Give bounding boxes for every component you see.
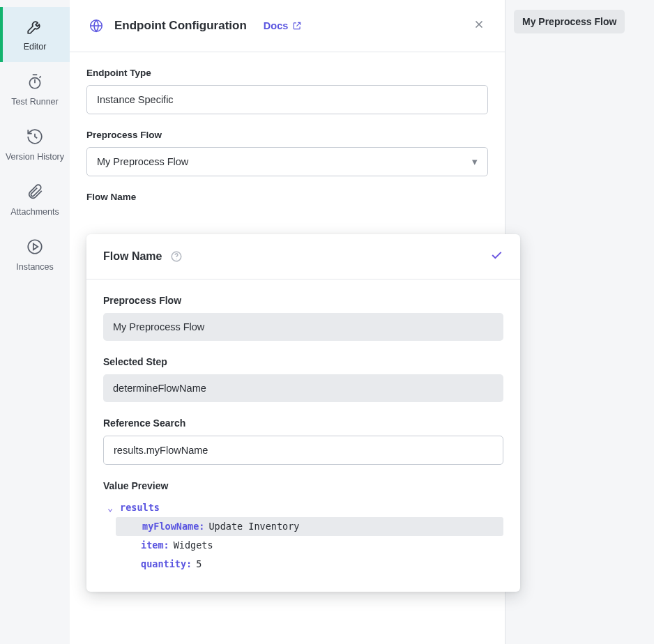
- main-panel: Endpoint Configuration Docs Endpoint Typ…: [70, 0, 505, 644]
- preprocess-flow-value: My Preprocess Flow: [97, 156, 188, 167]
- flow-name-popover: Flow Name Preprocess Flow My Preprocess …: [86, 234, 520, 592]
- popover-header: Flow Name: [86, 234, 520, 279]
- form-body: Endpoint Type Instance Specific Preproce…: [70, 52, 505, 233]
- field-flow-name: Flow Name: [86, 192, 488, 202]
- field-endpoint-type: Endpoint Type Instance Specific: [86, 68, 488, 114]
- chevron-down-icon: ▾: [472, 156, 478, 167]
- chevron-down-icon: ⌄: [107, 498, 117, 517]
- docs-link[interactable]: Docs: [264, 20, 302, 31]
- field-preprocess-flow: Preprocess Flow My Preprocess Flow ▾: [86, 130, 488, 176]
- popover-preprocess-flow-input[interactable]: My Preprocess Flow: [103, 313, 503, 341]
- tree-key: myFlowName: [142, 517, 199, 536]
- reference-search-label: Reference Search: [103, 417, 503, 429]
- svg-point-1: [28, 240, 42, 254]
- play-circle-icon: [25, 237, 45, 256]
- selected-step-value: determineFlowName: [113, 383, 206, 394]
- flow-name-label: Flow Name: [86, 192, 488, 202]
- selected-step-input[interactable]: determineFlowName: [103, 374, 503, 402]
- stopwatch-icon: [25, 72, 45, 91]
- reference-search-input[interactable]: results.myFlowName: [103, 436, 503, 465]
- popover-field-reference-search: Reference Search results.myFlowName: [103, 417, 503, 465]
- sidebar-item-editor[interactable]: Editor: [0, 7, 70, 62]
- sidebar-item-label: Editor: [24, 42, 47, 52]
- tree-colon: :: [164, 536, 169, 555]
- tree-row[interactable]: item:Widgets: [103, 536, 503, 555]
- confirm-button[interactable]: [489, 248, 503, 265]
- tree-colon: :: [186, 555, 192, 574]
- selected-step-label: Selected Step: [103, 356, 503, 367]
- tree-key: quantity: [141, 555, 186, 574]
- popover-preprocess-flow-value: My Preprocess Flow: [113, 321, 204, 332]
- page-title: Endpoint Configuration: [114, 19, 247, 33]
- tree-root-key: results: [120, 498, 160, 517]
- sidebar-item-label: Instances: [16, 262, 54, 273]
- value-preview-tree: ⌄ results myFlowName:Update Inventoryite…: [103, 498, 503, 574]
- panel-header: Endpoint Configuration Docs: [70, 0, 505, 52]
- tree-colon: :: [199, 517, 204, 536]
- popover-field-selected-step: Selected Step determineFlowName: [103, 356, 503, 402]
- popover-preprocess-flow-label: Preprocess Flow: [103, 295, 503, 306]
- sidebar-item-instances[interactable]: Instances: [0, 227, 70, 282]
- docs-link-label: Docs: [264, 20, 288, 31]
- endpoint-type-label: Endpoint Type: [86, 68, 488, 78]
- tree-row[interactable]: myFlowName:Update Inventory: [116, 517, 503, 536]
- preprocess-flow-select[interactable]: My Preprocess Flow ▾: [86, 147, 488, 176]
- globe-icon: [86, 16, 106, 36]
- close-button[interactable]: [470, 15, 488, 36]
- tree-value: Update Inventory: [208, 517, 299, 536]
- popover-title: Flow Name: [103, 250, 162, 263]
- external-link-icon: [292, 21, 302, 31]
- tree-key: item: [141, 536, 164, 555]
- history-icon: [25, 127, 45, 146]
- endpoint-type-input[interactable]: Instance Specific: [86, 85, 488, 114]
- popover-body: Preprocess Flow My Preprocess Flow Selec…: [86, 279, 520, 592]
- tree-row[interactable]: quantity:5: [103, 555, 503, 574]
- close-icon: [473, 18, 485, 31]
- value-preview-section: Value Preview ⌄ results myFlowName:Updat…: [103, 480, 503, 574]
- svg-point-4: [176, 259, 177, 259]
- endpoint-type-value: Instance Specific: [97, 94, 174, 105]
- check-icon: [489, 248, 503, 262]
- tree-value: Widgets: [174, 536, 213, 555]
- help-icon[interactable]: [170, 250, 183, 263]
- preprocess-flow-label: Preprocess Flow: [86, 130, 488, 140]
- right-rail: My Preprocess Flow: [505, 0, 654, 644]
- sidebar-item-label: Attachments: [10, 207, 59, 217]
- sidebar-item-label: Version History: [6, 152, 64, 162]
- sidebar-item-label: Test Runner: [11, 97, 58, 107]
- wrench-icon: [25, 17, 45, 36]
- sidebar-item-test-runner[interactable]: Test Runner: [0, 62, 70, 117]
- paperclip-icon: [25, 182, 45, 201]
- value-preview-label: Value Preview: [103, 480, 503, 491]
- popover-field-preprocess-flow: Preprocess Flow My Preprocess Flow: [103, 295, 503, 341]
- flow-chip-label: My Preprocess Flow: [522, 16, 616, 27]
- sidebar: Editor Test Runner Version History Attac…: [0, 0, 70, 644]
- reference-search-value: results.myFlowName: [114, 445, 208, 456]
- sidebar-item-attachments[interactable]: Attachments: [0, 172, 70, 227]
- tree-root-row[interactable]: ⌄ results: [103, 498, 503, 517]
- sidebar-item-version-history[interactable]: Version History: [0, 117, 70, 172]
- flow-chip[interactable]: My Preprocess Flow: [514, 10, 625, 33]
- tree-value: 5: [196, 555, 201, 574]
